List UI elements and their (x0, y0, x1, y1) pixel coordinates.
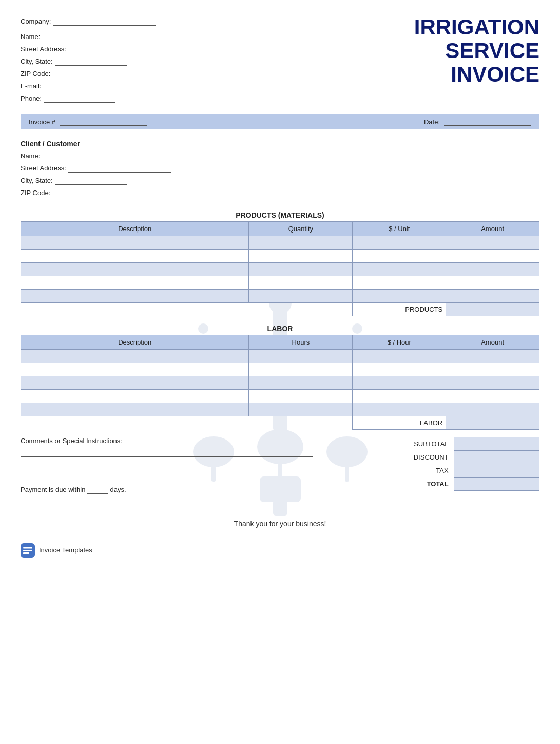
invoice-title-line2: SERVICE (414, 39, 539, 63)
tax-row: TAX (396, 464, 539, 477)
phone-label: Phone: (21, 92, 42, 105)
table-row (21, 376, 539, 389)
street-label: Street Address: (21, 43, 66, 55)
products-subtotal-label: PRODUCTS (353, 302, 446, 316)
labor-table: Description Hours $ / Hour Amount LABOR (21, 335, 539, 430)
client-street-field[interactable] (68, 164, 171, 173)
total-label: TOTAL (396, 477, 454, 490)
table-row (21, 289, 539, 302)
table-row (21, 262, 539, 276)
invoice-title-line1: IRRIGATION (414, 15, 539, 39)
city-label: City, State: (21, 55, 53, 68)
products-title: PRODUCTS (MATERIALS) (21, 211, 539, 219)
company-info-block: Company: Name: Street Address: City, Sta… (21, 15, 414, 105)
labor-col-perhour: $ / Hour (353, 335, 446, 349)
svg-rect-25 (23, 550, 32, 551)
table-row (21, 276, 539, 289)
invoice-bar: Invoice # Date: (21, 114, 539, 129)
tax-value[interactable] (454, 464, 539, 477)
footer-icon (21, 543, 35, 558)
svg-rect-26 (23, 552, 29, 554)
client-name-label: Name: (21, 150, 40, 162)
products-subtotal-value[interactable] (446, 302, 539, 316)
table-row (21, 249, 539, 262)
labor-title: LABOR (21, 325, 539, 333)
invoice-number-label: Invoice # (29, 118, 55, 126)
invoice-title-line3: INVOICE (414, 63, 539, 86)
products-col-amt: Amount (446, 221, 539, 236)
client-city-label: City, State: (21, 175, 53, 187)
totals-table: SUBTOTAL DISCOUNT TAX TOTAL (396, 437, 539, 491)
name-label: Name: (21, 31, 40, 43)
email-label: E-mail: (21, 80, 41, 92)
name-field[interactable] (42, 33, 114, 41)
labor-subtotal-row: LABOR (21, 416, 539, 429)
total-row: TOTAL (396, 477, 539, 490)
svg-rect-24 (23, 547, 32, 549)
client-name-field[interactable] (42, 152, 114, 160)
phone-field[interactable] (44, 94, 115, 103)
products-subtotal-row: PRODUCTS (21, 302, 539, 316)
footer-brand: Invoice Templates (39, 546, 92, 554)
products-col-qty: Quantity (249, 221, 353, 236)
street-field[interactable] (68, 45, 171, 53)
zip-label: ZIP Code: (21, 68, 50, 80)
payment-suffix: days. (110, 486, 126, 493)
svg-rect-22 (273, 500, 287, 516)
company-name-field[interactable] (53, 17, 156, 26)
city-field[interactable] (55, 58, 127, 66)
date-field[interactable] (444, 118, 531, 126)
company-label: Company: (21, 15, 51, 28)
client-zip-label: ZIP Code: (21, 187, 50, 199)
total-value[interactable] (454, 477, 539, 490)
comments-area: Comments or Special Instructions: Paymen… (21, 437, 396, 494)
table-row (21, 236, 539, 249)
table-row (21, 363, 539, 376)
client-zip-field[interactable] (52, 189, 124, 197)
labor-subtotal-label: LABOR (353, 416, 446, 429)
client-section-title: Client / Customer (21, 140, 539, 148)
tax-label: TAX (396, 464, 454, 477)
labor-col-amt: Amount (446, 335, 539, 349)
invoice-title-block: IRRIGATION SERVICE INVOICE (414, 15, 539, 87)
footer: Invoice Templates (21, 543, 539, 558)
discount-value[interactable] (454, 450, 539, 464)
products-col-unit: $ / Unit (353, 221, 446, 236)
subtotal-row: SUBTOTAL (396, 437, 539, 450)
labor-subtotal-value[interactable] (446, 416, 539, 429)
client-section: Client / Customer Name: Street Address: … (21, 140, 539, 199)
client-street-label: Street Address: (21, 162, 66, 175)
products-table: Description Quantity $ / Unit Amount PRO… (21, 221, 539, 316)
labor-col-desc: Description (21, 335, 249, 349)
comments-label: Comments or Special Instructions: (21, 437, 385, 445)
products-col-desc: Description (21, 221, 249, 236)
table-row (21, 349, 539, 363)
zip-field[interactable] (52, 70, 124, 78)
totals-block: SUBTOTAL DISCOUNT TAX TOTAL (396, 437, 539, 491)
payment-days-field[interactable] (87, 486, 108, 494)
table-row (21, 389, 539, 403)
table-row (21, 403, 539, 416)
discount-label: DISCOUNT (396, 450, 454, 464)
subtotal-value[interactable] (454, 437, 539, 450)
date-label: Date: (424, 118, 440, 126)
thank-you-text: Thank you for your business! (21, 520, 539, 528)
discount-row: DISCOUNT (396, 450, 539, 464)
comments-line-1[interactable] (21, 448, 313, 457)
labor-col-hours: Hours (249, 335, 353, 349)
payment-prefix: Payment is due within (21, 486, 85, 493)
subtotal-label: SUBTOTAL (396, 437, 454, 450)
comments-line-2[interactable] (21, 461, 313, 470)
email-field[interactable] (43, 82, 115, 90)
client-city-field[interactable] (55, 177, 127, 185)
invoice-number-field[interactable] (60, 118, 147, 126)
